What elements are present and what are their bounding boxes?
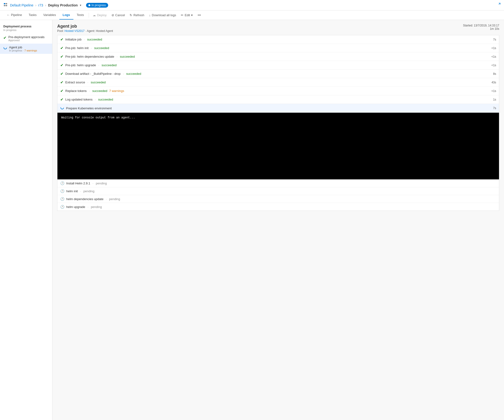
agent-job-meta: Pool: Hosted VS2017 · Agent: Hosted Agen… [57,29,113,33]
nav-tabs: ← Pipeline Tasks Variables Logs Tests ☁ … [0,11,504,20]
step-duration-replace-tokens: <1s [489,89,496,93]
svg-point-7 [4,46,7,49]
step-name-replace-tokens: Replace tokens [65,89,87,93]
step-name-download-artifact: Download artifact - _BuildPipeline - dro… [65,72,120,76]
step-status-helm-upgrade: succeeded [102,63,117,67]
inprogress-icon-agent-job [3,46,7,50]
svg-rect-1 [6,3,7,4]
sidebar-item-pre-deployment[interactable]: ✔ Pre-deployment approvals Approved [0,33,52,44]
svg-line-6 [499,3,500,5]
edit-dropdown-chevron: ▾ [191,13,193,17]
ellipsis-icon: ••• [198,13,201,17]
step-row-extract-source[interactable]: ✔ Extract source · succeeded 43s [57,78,499,87]
step-status-install-helm: pending [96,181,107,185]
status-badge: In progress [86,3,108,8]
step-row-left-init: ✔ Initialize job · succeeded [60,37,102,42]
step-row-helm-dep2[interactable]: 🕐 helm dependencies update · pending [57,195,499,203]
status-badge-label: In progress [91,4,106,7]
breadcrumb-sep-2: › [45,3,46,7]
step-name-helm-upgrade: Pre-job: helm upgrade [65,63,96,67]
step-status-helm-upgrade2: pending [91,205,102,209]
step-status-helm-dep2: pending [109,197,120,201]
step-success-icon-replace-tokens: ✔ [60,89,63,93]
sidebar-item-status-agent-job: In progress · 7 warnings [9,49,37,52]
tab-logs[interactable]: Logs [59,11,73,19]
step-name-log-tokens: Log updated tokens [65,98,92,101]
pool-link[interactable]: Hosted VS2017 [65,29,84,33]
step-row-log-tokens[interactable]: ✔ Log updated tokens · succeeded 1s [57,95,499,104]
refresh-icon: ↻ [130,13,132,17]
tab-variables[interactable]: Variables [40,11,59,19]
main-layout: Deployment process In progress ✔ Pre-dep… [0,20,504,420]
more-options-button[interactable]: ••• [195,12,203,18]
step-row-left-prepare-k8s: Prepare Kubernetes environment [60,106,112,111]
deploy-button[interactable]: ☁ Deploy [90,12,109,18]
spinner-icon [3,46,7,49]
agent-job-time-info: Started: 13/7/2019, 14:33:17 1m 10s [463,24,499,30]
step-row-left-helm-upgrade: ✔ Pre-job: helm upgrade · succeeded [60,63,117,67]
step-warnings-replace-tokens: 7 warnings [109,89,124,93]
svg-rect-3 [6,5,7,6]
step-name-init: Initialize job [65,38,82,41]
step-row-helm-dep[interactable]: ✔ Pre-job: helm dependencies update · su… [57,52,499,61]
tab-tasks[interactable]: Tasks [25,11,40,19]
step-status-replace-tokens: succeeded [92,89,107,93]
sidebar-item-agent-job[interactable]: Agent job In progress · 7 warnings [0,44,52,54]
sidebar-item-status-pre-deployment: Approved [8,39,45,42]
step-success-icon-init: ✔ [60,37,63,42]
svg-point-8 [61,106,64,109]
svg-rect-2 [4,5,5,6]
breadcrumb-r73[interactable]: r73 [38,3,43,7]
step-row-left-helm-init: ✔ Pre-job: helm init · succeeded [60,46,109,50]
step-success-icon-log-tokens: ✔ [60,97,63,102]
deploy-dropdown-chevron[interactable]: ▾ [80,4,81,7]
sidebar: Deployment process In progress ✔ Pre-dep… [0,20,52,420]
back-arrow-icon: ← [7,13,10,17]
step-status-extract-source: succeeded [91,81,106,84]
step-row-helm-upgrade2[interactable]: 🕐 helm upgrade · pending [57,203,499,210]
cancel-icon: ⊘ [112,13,114,17]
step-duration-log-tokens: 1s [489,98,496,101]
step-name-helm-dep: Pre-job: helm dependencies update [65,55,114,58]
sidebar-item-text-agent-job: Agent job In progress · 7 warnings [9,46,37,52]
agent-job-title: Agent job [57,24,113,29]
refresh-button[interactable]: ↻ Refresh [127,12,147,18]
status-badge-dot [88,4,90,6]
step-name-helm-dep2: helm dependencies update [66,197,103,201]
tab-pipeline[interactable]: ← Pipeline [3,11,25,19]
step-row-install-helm[interactable]: 🕐 Install Helm 2.9.1 · pending [57,179,499,187]
step-row-helm-init[interactable]: ✔ Pre-job: helm init · succeeded <1s [57,44,499,52]
step-duration-init: 7s [489,38,496,41]
step-name-prepare-k8s: Prepare Kubernetes environment [66,107,112,110]
step-row-left-extract-source: ✔ Extract source · succeeded [60,80,106,84]
step-success-icon-helm-upgrade: ✔ [60,63,63,67]
step-duration-helm-init: <1s [489,47,496,50]
step-row-prepare-k8s[interactable]: Prepare Kubernetes environment 7s [57,104,499,113]
step-success-icon-helm-dep: ✔ [60,54,63,59]
step-success-icon-helm-init: ✔ [60,46,63,50]
sidebar-item-text-pre-deployment: Pre-deployment approvals Approved [8,35,45,42]
step-status-helm-dep: succeeded [120,55,135,58]
download-logs-button[interactable]: ↓ Download all logs [147,12,179,18]
download-icon: ↓ [149,13,151,17]
tab-tests[interactable]: Tests [73,11,87,19]
cancel-button[interactable]: ⊘ Cancel [109,12,127,18]
step-success-icon-download-artifact: ✔ [60,72,63,76]
step-row-left-install-helm: 🕐 Install Helm 2.9.1 · pending [60,181,107,185]
step-row-helm-init2[interactable]: 🕐 helm init · pending [57,187,499,195]
step-status-init: succeeded [87,38,102,41]
step-row-init[interactable]: ✔ Initialize job · succeeded 7s [57,35,499,44]
step-row-left-download-artifact: ✔ Download artifact - _BuildPipeline - d… [60,72,141,76]
step-row-replace-tokens[interactable]: ✔ Replace tokens · succeeded 7 warnings … [57,87,499,95]
expand-icon [496,3,501,7]
step-row-download-artifact[interactable]: ✔ Download artifact - _BuildPipeline - d… [57,70,499,78]
edit-button[interactable]: ✏ Edit ▾ [179,12,195,18]
step-pending-icon-helm-init2: 🕐 [60,189,64,193]
step-inprogress-icon-prepare-k8s [60,106,64,111]
breadcrumb-sep-1: › [35,3,36,7]
step-pending-icon-install-helm: 🕐 [60,181,64,185]
step-row-helm-upgrade[interactable]: ✔ Pre-job: helm upgrade · succeeded <1s [57,61,499,70]
svg-rect-0 [4,3,5,4]
breadcrumb-pipeline[interactable]: Default Pipeline [10,3,33,7]
top-bar-expand[interactable] [496,3,501,8]
